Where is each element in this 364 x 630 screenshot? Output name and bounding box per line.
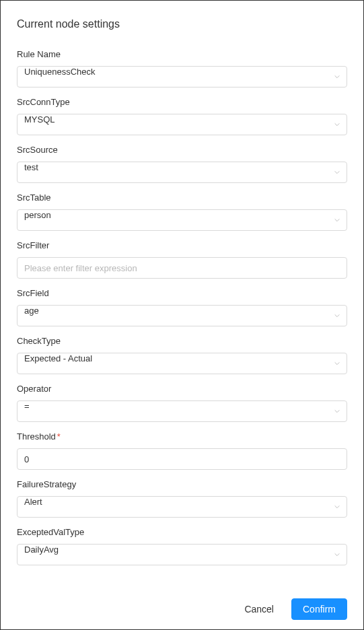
src-filter-input[interactable]	[17, 257, 347, 279]
src-source-value: test	[17, 162, 347, 183]
field-rule-name: Rule Name UniquenessCheck	[17, 40, 347, 88]
field-check-type: CheckType Expected - Actual	[17, 326, 347, 374]
src-table-value: person	[17, 209, 347, 231]
excepted-val-type-label: ExceptedValType	[17, 527, 347, 537]
field-excepted-val-type: ExceptedValType DailyAvg	[17, 518, 347, 565]
failure-strategy-select[interactable]: Alert	[17, 496, 347, 518]
src-field-label: SrcField	[17, 288, 347, 298]
check-type-label: CheckType	[17, 336, 347, 346]
field-src-filter: SrcFilter	[17, 231, 347, 279]
src-conn-type-label: SrcConnType	[17, 97, 347, 107]
panel-footer: Cancel Confirm	[1, 589, 363, 629]
src-table-select[interactable]: person	[17, 209, 347, 231]
field-operator: Operator =	[17, 374, 347, 422]
panel-body[interactable]: Rule Name UniquenessCheck SrcConnType MY…	[1, 37, 363, 589]
src-conn-type-value: MYSQL	[17, 114, 347, 135]
rule-name-select[interactable]: UniquenessCheck	[17, 66, 347, 88]
src-source-label: SrcSource	[17, 145, 347, 155]
src-field-value: age	[17, 305, 347, 326]
operator-select[interactable]: =	[17, 400, 347, 422]
failure-strategy-value: Alert	[17, 496, 347, 518]
operator-value: =	[17, 400, 347, 422]
cancel-button[interactable]: Cancel	[233, 598, 285, 620]
settings-panel: Current node settings Rule Name Uniquene…	[1, 1, 363, 629]
field-threshold: Threshold*	[17, 422, 347, 470]
check-type-value: Expected - Actual	[17, 353, 347, 374]
field-src-source: SrcSource test	[17, 135, 347, 183]
required-indicator: *	[57, 431, 61, 442]
field-failure-strategy: FailureStrategy Alert	[17, 470, 347, 518]
src-conn-type-select[interactable]: MYSQL	[17, 114, 347, 135]
operator-label: Operator	[17, 384, 347, 394]
field-src-table: SrcTable person	[17, 183, 347, 231]
src-table-label: SrcTable	[17, 193, 347, 203]
src-filter-label: SrcFilter	[17, 240, 347, 250]
rule-name-label: Rule Name	[17, 49, 347, 59]
excepted-val-type-select[interactable]: DailyAvg	[17, 544, 347, 565]
field-src-conn-type: SrcConnType MYSQL	[17, 88, 347, 135]
confirm-button[interactable]: Confirm	[291, 598, 347, 620]
threshold-input[interactable]	[17, 448, 347, 470]
check-type-select[interactable]: Expected - Actual	[17, 353, 347, 374]
failure-strategy-label: FailureStrategy	[17, 479, 347, 489]
field-src-field: SrcField age	[17, 279, 347, 326]
threshold-label: Threshold*	[17, 431, 347, 442]
excepted-val-type-value: DailyAvg	[17, 544, 347, 565]
rule-name-value: UniquenessCheck	[17, 66, 347, 88]
panel-title: Current node settings	[1, 1, 363, 37]
src-source-select[interactable]: test	[17, 162, 347, 183]
src-field-select[interactable]: age	[17, 305, 347, 326]
